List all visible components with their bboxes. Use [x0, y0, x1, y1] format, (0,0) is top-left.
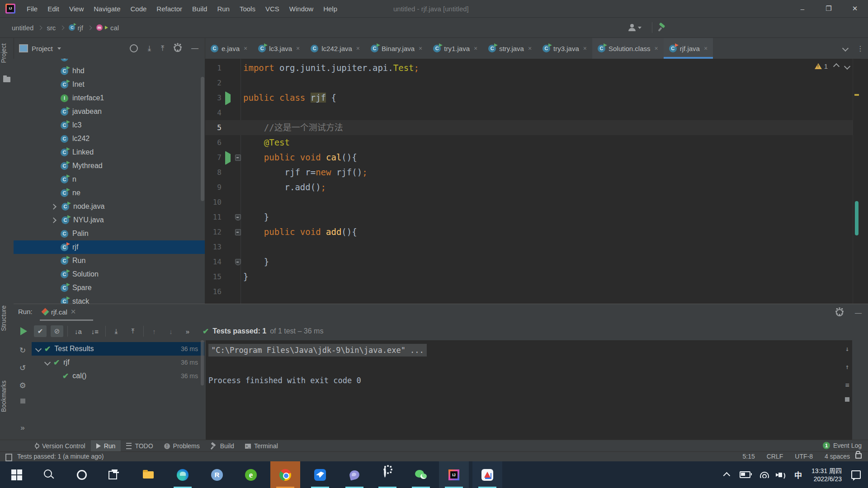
- wifi-icon[interactable]: [760, 472, 769, 478]
- code-line-12[interactable]: 12 public void add(){: [205, 225, 860, 239]
- hide-panel-icon[interactable]: —: [191, 44, 198, 52]
- inspection-widget[interactable]: 1: [815, 62, 849, 70]
- tree-item-lc3[interactable]: lc3: [14, 118, 205, 132]
- taskbar-task-view-icon[interactable]: [99, 461, 128, 488]
- tree-item-javabean[interactable]: javabean: [14, 105, 205, 118]
- taskbar-file-explorer-icon[interactable]: [133, 461, 163, 488]
- code-line-6[interactable]: 6 @Test: [205, 135, 860, 150]
- indent-setting[interactable]: 4 spaces: [825, 453, 850, 460]
- editor-tab-lc242.java[interactable]: lc242.java×: [305, 38, 365, 59]
- next-occurrence-icon[interactable]: ↓: [165, 325, 177, 337]
- editor-tab-try3.java[interactable]: try3.java×: [537, 38, 592, 59]
- readonly-lock-icon[interactable]: [855, 453, 862, 459]
- breadcrumb-item-src[interactable]: src: [47, 24, 56, 32]
- test-row-rjf[interactable]: ✔rjf36 ms: [32, 356, 204, 369]
- code-line-4[interactable]: 4: [205, 105, 860, 120]
- panel-settings-gear-icon[interactable]: [174, 45, 181, 52]
- test-row-TestResults[interactable]: ✔Test Results36 ms: [32, 342, 204, 356]
- test-settings-wrench-icon[interactable]: ⚙: [19, 381, 26, 390]
- taskbar-intellij-idea-icon[interactable]: [439, 461, 469, 488]
- editor-tab-lc3.java[interactable]: lc3.java×: [253, 38, 305, 59]
- console-command-line[interactable]: "C:\Program Files\Java\jdk-9\bin\java.ex…: [208, 344, 427, 357]
- menu-build[interactable]: Build: [187, 5, 212, 13]
- code-line-11[interactable]: 11 }: [205, 210, 860, 225]
- menu-window[interactable]: Window: [284, 5, 318, 13]
- code-line-14[interactable]: 14 }: [205, 254, 860, 269]
- breadcrumb-item-cal[interactable]: mcal: [96, 24, 119, 32]
- show-passed-toggle[interactable]: ✔: [34, 325, 47, 337]
- test-tree-scrollbar[interactable]: [201, 340, 204, 385]
- scrollbar-thumb[interactable]: [855, 201, 859, 235]
- tree-item-Palin[interactable]: Palin: [14, 227, 205, 240]
- maximize-button[interactable]: ❐: [816, 0, 842, 17]
- event-log-button[interactable]: 1 Event Log: [823, 440, 862, 451]
- expand-all-icon[interactable]: ⤓: [148, 44, 151, 52]
- tab-close-icon[interactable]: ×: [296, 45, 300, 52]
- fold-marker-icon[interactable]: [235, 214, 241, 221]
- dock-tab-bookmarks[interactable]: Bookmarks: [0, 380, 14, 412]
- tree-item-Run[interactable]: Run: [14, 254, 205, 267]
- chevron-right-icon[interactable]: [51, 217, 57, 223]
- taskbar-wechat-icon[interactable]: [406, 461, 436, 488]
- action-center-icon[interactable]: [851, 470, 861, 479]
- taskbar-r-app-icon[interactable]: [202, 461, 232, 488]
- tab-close-icon[interactable]: ×: [244, 45, 247, 52]
- battery-icon[interactable]: [740, 471, 750, 478]
- minimize-button[interactable]: –: [789, 0, 816, 17]
- code-line-16[interactable]: 16: [205, 284, 860, 299]
- menu-tools[interactable]: Tools: [235, 5, 260, 13]
- more-tools-icon[interactable]: »: [20, 423, 24, 432]
- menu-code[interactable]: Code: [125, 5, 151, 13]
- expand-all-icon[interactable]: ⤓: [110, 325, 123, 337]
- tree-item-node.java[interactable]: node.java: [14, 200, 205, 213]
- chevron-down-icon[interactable]: [35, 346, 42, 352]
- tree-item-stack[interactable]: stack: [14, 295, 205, 304]
- next-problem-icon[interactable]: [844, 63, 850, 69]
- tab-close-icon[interactable]: ×: [528, 45, 532, 52]
- menu-refactor[interactable]: Refactor: [151, 5, 187, 13]
- code-line-1[interactable]: 1import org.junit.jupiter.api.Test;: [205, 61, 860, 75]
- taskbar-start-icon[interactable]: [2, 461, 32, 488]
- line-ending[interactable]: CRLF: [767, 453, 783, 460]
- chevron-down-icon[interactable]: [44, 359, 51, 366]
- tab-close-icon[interactable]: ×: [356, 45, 360, 52]
- run-gutter-icon[interactable]: [225, 154, 231, 162]
- code-line-15[interactable]: 15}: [205, 269, 860, 284]
- clear-console-icon[interactable]: [845, 397, 849, 402]
- more-actions-icon[interactable]: »: [181, 325, 194, 337]
- taskbar-xunlei-icon[interactable]: [305, 461, 335, 488]
- taskbar-settings-app-icon[interactable]: [373, 461, 402, 488]
- tab-close-icon[interactable]: ×: [704, 45, 708, 52]
- tree-item-ne[interactable]: ne: [14, 186, 205, 200]
- editor-tab-stry.java[interactable]: stry.java×: [483, 38, 537, 59]
- breadcrumb-item-untitled[interactable]: untitled: [12, 24, 33, 32]
- collapse-all-icon[interactable]: ⤒: [161, 44, 164, 52]
- code-line-2[interactable]: 2: [205, 75, 860, 90]
- prev-problem-icon[interactable]: [833, 63, 840, 69]
- run-config-tab[interactable]: rjf.cal ✕: [40, 306, 79, 318]
- toolwindow-button-version-control[interactable]: Version Control: [29, 440, 91, 452]
- close-button[interactable]: ✕: [842, 0, 868, 17]
- scroll-down-icon[interactable]: ↓: [845, 343, 849, 355]
- code-editor[interactable]: 1import org.junit.jupiter.api.Test;23pub…: [205, 59, 860, 304]
- run-gutter-icon[interactable]: [225, 94, 231, 102]
- editor-error-stripe[interactable]: [853, 59, 860, 304]
- menu-vcs[interactable]: VCS: [260, 5, 284, 13]
- editor-tab-rjf.java[interactable]: rjf.java×: [664, 38, 713, 59]
- fold-marker-icon[interactable]: [235, 229, 241, 235]
- code-line-9[interactable]: 9 r.add();: [205, 180, 860, 195]
- tree-item-Inet[interactable]: Inet: [14, 78, 205, 91]
- menu-run[interactable]: Run: [212, 5, 235, 13]
- test-row-cal[interactable]: ✔cal()36 ms: [32, 369, 204, 383]
- tray-expand-icon[interactable]: [723, 472, 731, 479]
- tree-item-n[interactable]: n: [14, 173, 205, 186]
- show-ignored-toggle[interactable]: ⊘: [51, 325, 63, 337]
- toolwindow-button-run[interactable]: Run: [91, 440, 121, 452]
- tree-item-Spare[interactable]: Spare: [14, 281, 205, 295]
- status-message[interactable]: Tests passed: 1 (a minute ago): [17, 453, 104, 460]
- sort-by-duration-icon[interactable]: ↓≡: [89, 325, 101, 337]
- build-project-button[interactable]: [658, 23, 666, 32]
- tab-list-chevron-icon[interactable]: [842, 45, 849, 52]
- scroll-up-icon[interactable]: ↑: [845, 361, 849, 373]
- editor-tab-try1.java[interactable]: try1.java×: [428, 38, 483, 59]
